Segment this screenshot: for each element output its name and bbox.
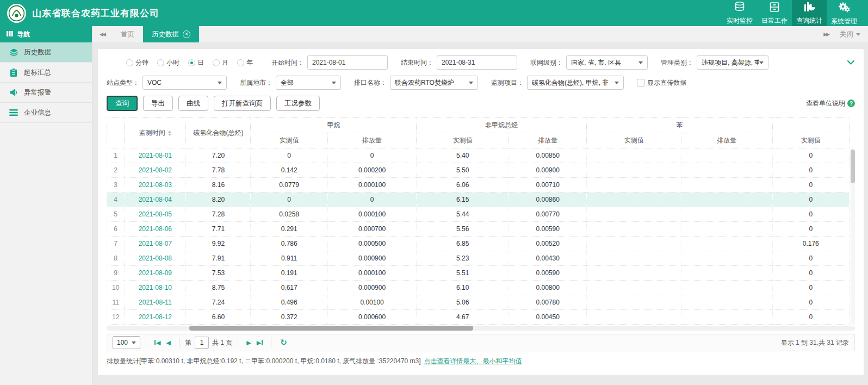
cell-ch4_e: 0.000500 — [327, 237, 417, 251]
radio-day[interactable]: 日 — [188, 58, 204, 67]
date-link[interactable]: 2021-08-07 — [125, 237, 186, 251]
close-tabs-label: 关闭 — [840, 30, 853, 39]
date-link[interactable]: 2021-08-11 — [125, 295, 186, 310]
date-link[interactable]: 2021-08-02 — [125, 163, 186, 178]
cell-nm_m: 5.06 — [417, 295, 509, 310]
top-menu-daily-work[interactable]: 日常工作 — [757, 0, 792, 26]
direct-data-checkbox[interactable]: 显示直传数据 — [637, 78, 686, 88]
cell-nm_e: 0.00860 — [509, 192, 586, 207]
cell-last_m: 0 — [772, 295, 849, 310]
sidebar-item-history-data[interactable]: 历史数据 — [0, 42, 92, 63]
top-menu-label: 系统管理 — [831, 17, 857, 26]
top-menu-realtime-monitor[interactable]: 实时监控 — [722, 0, 757, 26]
query-panel: 分钟 小时 日 月 年 开始时间： 结束时间： 联网级别： 国家, 省, 市, … — [98, 49, 864, 375]
chevron-down-icon — [132, 341, 136, 344]
cell-ch4_e: 0.000200 — [327, 163, 417, 178]
first-page-button[interactable]: ◀ — [154, 339, 160, 346]
cell-ch4_e: 0 — [327, 192, 417, 207]
open-new-query-button[interactable]: 打开新查询页 — [214, 96, 271, 111]
cell-thc: 6.60 — [186, 310, 251, 325]
close-tabs-dropdown[interactable]: 关闭 — [840, 30, 860, 39]
table-row: 42021-08-048.20006.150.008600 — [107, 192, 850, 207]
last-page-button[interactable]: ▶ — [257, 339, 263, 346]
sidebar-item-abnormal-alarm[interactable]: 异常报警 — [0, 83, 92, 103]
city-select[interactable]: 全部 — [276, 76, 341, 90]
radio-minute[interactable]: 分钟 — [126, 58, 148, 67]
cabinet-icon — [768, 1, 780, 15]
monitor-items-select[interactable]: 碳氢化合物(总烃), 甲烷, 非 — [527, 76, 624, 90]
cell-b_m — [587, 222, 681, 237]
chevron-down-icon — [638, 61, 643, 64]
start-time-input[interactable] — [307, 55, 388, 70]
table-row: 32021-08-038.160.07790.0001006.060.00710… — [107, 178, 850, 192]
sidebar-item-enterprise-info[interactable]: 企业信息 — [0, 103, 92, 123]
subcol-measured: 实测值 — [772, 133, 849, 148]
condition-params-button[interactable]: 工况参数 — [276, 96, 320, 111]
date-link[interactable]: 2021-08-09 — [125, 266, 186, 281]
date-link[interactable]: 2021-08-12 — [125, 310, 186, 325]
company-title: 山东省联合农药工业有限公司 — [32, 7, 159, 20]
sidebar-item-exceedance-summary[interactable]: 超标汇总 — [0, 63, 92, 83]
top-menu: 实时监控 日常工作 — [722, 0, 861, 26]
top-menu-label: 日常工作 — [761, 16, 788, 26]
tabs-scroll-left-icon[interactable]: ◀◀ — [92, 26, 112, 42]
col-monitor-time[interactable]: 监测时间 — [125, 118, 186, 148]
cell-ch4_m: 0.372 — [251, 310, 327, 325]
cell-ch4_e: 0 — [327, 148, 417, 163]
cell-thc: 8.16 — [186, 178, 251, 192]
outlet-select[interactable]: 联合农药RTO焚烧炉 — [390, 76, 478, 90]
network-level-select[interactable]: 国家, 省, 市, 区县 — [566, 55, 648, 70]
date-link[interactable]: 2021-08-08 — [125, 251, 186, 266]
period-radio-group: 分钟 小时 日 月 年 — [126, 58, 253, 67]
radio-month[interactable]: 月 — [213, 58, 228, 67]
end-time-input[interactable] — [437, 55, 517, 70]
radio-hour[interactable]: 小时 — [157, 58, 179, 67]
page-size-select[interactable]: 100 — [113, 336, 140, 349]
tab-home[interactable]: 首页 — [112, 26, 143, 42]
refresh-icon[interactable]: ↻ — [280, 338, 287, 347]
top-menu-system-management[interactable]: 系统管理 — [827, 0, 861, 26]
collapse-filter-icon[interactable] — [847, 60, 855, 65]
tab-history-data[interactable]: 历史数据 × — [143, 26, 199, 42]
cell-nm_e: 0.00770 — [509, 207, 586, 222]
cell-b_e — [681, 148, 772, 163]
curve-button[interactable]: 曲线 — [178, 96, 208, 111]
top-menu-query-statistics[interactable]: 查询统计 — [792, 0, 827, 26]
cell-nm_m: 6.15 — [417, 192, 509, 207]
page-number-input[interactable] — [195, 337, 209, 349]
cell-thc: 7.71 — [186, 222, 251, 237]
manage-type-select[interactable]: 违规项目, 高架源, 重点排 — [697, 55, 768, 70]
date-link[interactable]: 2021-08-03 — [125, 178, 186, 192]
radio-year[interactable]: 年 — [237, 58, 253, 67]
query-button[interactable]: 查询 — [107, 96, 138, 111]
cell-last_m: 0.176 — [772, 237, 849, 251]
prev-page-button[interactable]: ◀ — [166, 339, 171, 346]
pagination-bar: 100 ◀ ◀ 第 共 1 页 ▶ ▶ ↻ 显示 1 到 31,共 31 记录 — [107, 334, 855, 351]
question-icon: ? — [847, 100, 855, 107]
export-button[interactable]: 导出 — [143, 96, 173, 111]
date-link[interactable]: 2021-08-05 — [125, 207, 186, 222]
cell-ch4_e: 0.000100 — [327, 178, 417, 192]
close-icon[interactable]: × — [183, 30, 190, 38]
horizontal-scrollbar-thumb[interactable] — [189, 326, 473, 331]
tabs-scroll-right-icon[interactable]: ▶▶ — [823, 32, 829, 37]
cell-ch4_e: 0.00100 — [327, 295, 417, 310]
station-type-select[interactable]: VOC — [142, 76, 227, 90]
date-link[interactable]: 2021-08-10 — [125, 281, 186, 295]
table-row: 12021-08-017.20005.400.008500 — [107, 148, 850, 163]
cell-b_m — [587, 178, 681, 192]
date-link[interactable]: 2021-08-01 — [125, 148, 186, 163]
select-value: 违规项目, 高架源, 重点排 — [702, 58, 759, 67]
cell-nm_e: 0.00590 — [509, 222, 586, 237]
sidebar-header: 导航 — [0, 26, 92, 42]
date-link[interactable]: 2021-08-06 — [125, 222, 186, 237]
view-detail-link[interactable]: 点击查看详情最大、最小和平均值 — [424, 357, 522, 365]
date-link[interactable]: 2021-08-04 — [125, 192, 186, 207]
cell-nm_m: 5.23 — [417, 251, 509, 266]
cell-b_e — [681, 178, 772, 192]
next-page-button[interactable]: ▶ — [246, 339, 251, 346]
col-index — [107, 118, 125, 148]
unit-help-link[interactable]: 查看单位说明 ? — [806, 99, 855, 108]
col-thc: 碳氢化合物(总烃) — [186, 118, 251, 148]
vertical-scrollbar-thumb[interactable] — [851, 150, 855, 183]
